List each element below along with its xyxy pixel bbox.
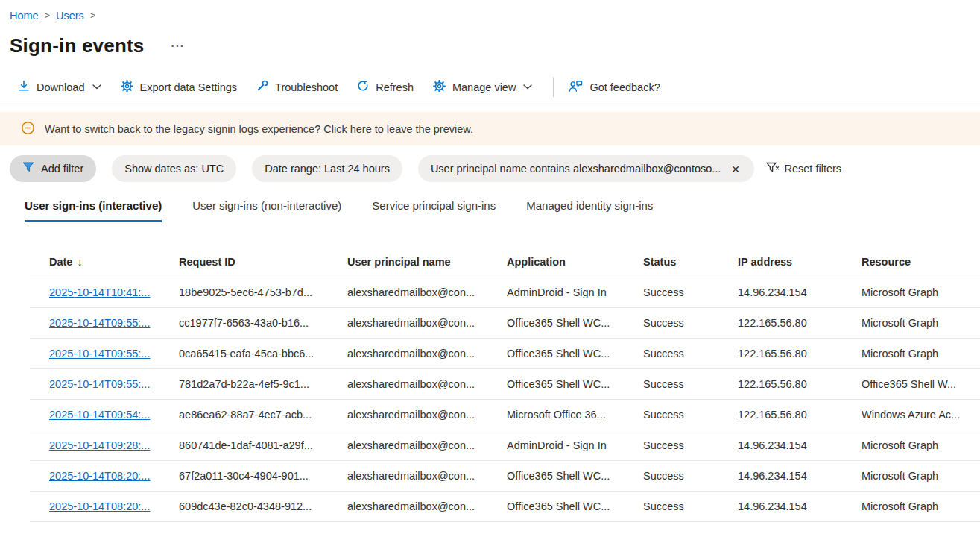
date-range-label: Date range: Last 24 hours xyxy=(265,163,390,175)
tab-managed-identity-sign-ins[interactable]: Managed identity sign-ins xyxy=(526,199,653,222)
chevron-down-icon xyxy=(523,84,532,90)
table-body: 2025-10-14T10:41:... 18be9025-5ec6-4753-… xyxy=(30,277,980,522)
cell-resource: Microsoft Graph xyxy=(862,348,980,360)
cell-request-id: 609dc43e-82c0-4348-912... xyxy=(179,500,347,512)
cell-status: Success xyxy=(643,286,738,298)
column-header-request-id[interactable]: Request ID xyxy=(179,256,347,268)
breadcrumb-home-link[interactable]: Home xyxy=(10,10,39,22)
cell-user-principal-name: alexsharedmailbox@con... xyxy=(347,409,507,421)
column-header-date[interactable]: Date↓ xyxy=(30,256,179,268)
date-link[interactable]: 2025-10-14T09:55:... xyxy=(49,317,150,329)
table-row: 2025-10-14T10:41:... 18be9025-5ec6-4753-… xyxy=(30,277,980,308)
column-header-status[interactable]: Status xyxy=(643,256,738,268)
gear-icon xyxy=(121,80,133,95)
cell-ip-address: 14.96.234.154 xyxy=(738,439,862,451)
export-data-settings-button[interactable]: Export data Settings xyxy=(121,80,238,95)
add-filter-button[interactable]: Add filter xyxy=(10,155,96,182)
upn-filter-label: User principal name contains alexsharedm… xyxy=(431,163,721,175)
gear-icon xyxy=(433,80,446,95)
cell-application: Office365 Shell WC... xyxy=(507,378,643,390)
cell-application: Office365 Shell WC... xyxy=(507,317,643,329)
cell-status: Success xyxy=(643,470,738,482)
cell-request-id: 0ca65415-eafa-45ca-bbc6... xyxy=(179,348,347,360)
cell-resource: Microsoft Graph xyxy=(862,286,980,298)
manage-view-button[interactable]: Manage view xyxy=(433,80,532,95)
column-header-user-principal-name[interactable]: User principal name xyxy=(347,256,507,268)
tab-user-sign-ins-interactive[interactable]: User sign-ins (interactive) xyxy=(25,199,162,222)
cell-request-id: 860741de-1daf-4081-a29f... xyxy=(179,439,347,451)
manage-view-label: Manage view xyxy=(452,81,516,93)
tab-service-principal-sign-ins[interactable]: Service principal sign-ins xyxy=(372,199,496,222)
cell-request-id: cc1977f7-6563-43a0-b16... xyxy=(179,317,347,329)
cell-user-principal-name: alexsharedmailbox@con... xyxy=(347,286,507,298)
cell-resource: Office365 Shell W... xyxy=(862,378,980,390)
cell-user-principal-name: alexsharedmailbox@con... xyxy=(347,378,507,390)
date-range-filter-pill[interactable]: Date range: Last 24 hours xyxy=(252,155,402,182)
download-button[interactable]: Download xyxy=(18,80,101,94)
upn-filter-pill[interactable]: User principal name contains alexsharedm… xyxy=(418,155,754,182)
column-header-application[interactable]: Application xyxy=(507,256,643,268)
cell-request-id: 18be9025-5ec6-4753-b7d... xyxy=(179,286,347,298)
cell-user-principal-name: alexsharedmailbox@con... xyxy=(347,317,507,329)
cell-resource: Microsoft Graph xyxy=(862,439,980,451)
wrench-icon xyxy=(256,80,268,94)
add-filter-label: Add filter xyxy=(41,163,83,175)
date-link[interactable]: 2025-10-14T08:20:... xyxy=(49,470,150,482)
table-row: 2025-10-14T09:28:... 860741de-1daf-4081-… xyxy=(30,430,980,461)
column-header-date-label: Date xyxy=(49,256,72,268)
refresh-icon xyxy=(357,80,369,94)
column-header-resource[interactable]: Resource xyxy=(862,256,980,268)
table-header-row: Date↓ Request ID User principal name App… xyxy=(30,247,980,277)
tab-user-sign-ins-non-interactive[interactable]: User sign-ins (non-interactive) xyxy=(192,199,341,222)
cell-status: Success xyxy=(643,378,738,390)
cell-status: Success xyxy=(643,317,738,329)
refresh-button[interactable]: Refresh xyxy=(357,80,414,94)
breadcrumb-separator-icon: > xyxy=(45,10,50,21)
troubleshoot-button[interactable]: Troubleshoot xyxy=(256,80,338,94)
cell-date: 2025-10-14T08:20:... xyxy=(30,470,179,482)
date-link[interactable]: 2025-10-14T09:55:... xyxy=(49,348,150,360)
date-link[interactable]: 2025-10-14T09:28:... xyxy=(49,439,150,451)
cell-date: 2025-10-14T09:28:... xyxy=(30,439,179,451)
legacy-preview-banner[interactable]: Want to switch back to the legacy signin… xyxy=(0,112,980,145)
cell-date: 2025-10-14T09:55:... xyxy=(30,378,179,390)
cell-ip-address: 14.96.234.154 xyxy=(738,500,862,512)
got-feedback-button[interactable]: Got feedback? xyxy=(569,80,660,95)
cell-resource: Microsoft Graph xyxy=(862,317,980,329)
table-row: 2025-10-14T08:20:... 67f2a011-30c4-4904-… xyxy=(30,461,980,492)
column-header-ip-address[interactable]: IP address xyxy=(738,256,862,268)
chevron-down-icon xyxy=(92,84,101,90)
filter-funnel-icon xyxy=(22,162,34,175)
got-feedback-label: Got feedback? xyxy=(589,81,660,93)
refresh-label: Refresh xyxy=(376,81,414,93)
table-row: 2025-10-14T09:55:... 0ca65415-eafa-45ca-… xyxy=(30,339,980,369)
cell-status: Success xyxy=(643,348,738,360)
breadcrumb-separator-icon: > xyxy=(90,10,95,21)
cell-status: Success xyxy=(643,500,738,512)
show-dates-label: Show dates as: UTC xyxy=(124,163,224,175)
reset-filters-label: Reset filters xyxy=(785,163,842,175)
cell-resource: Microsoft Graph xyxy=(862,500,980,512)
cell-user-principal-name: alexsharedmailbox@con... xyxy=(347,348,507,360)
cell-date: 2025-10-14T08:20:... xyxy=(30,500,179,512)
date-link[interactable]: 2025-10-14T09:54:... xyxy=(49,409,150,421)
cell-application: AdminDroid - Sign In xyxy=(507,286,643,298)
banner-text[interactable]: Want to switch back to the legacy signin… xyxy=(45,123,473,135)
cell-date: 2025-10-14T09:54:... xyxy=(30,409,179,421)
person-feedback-icon xyxy=(569,80,583,95)
close-icon[interactable]: × xyxy=(730,162,741,176)
cell-date: 2025-10-14T09:55:... xyxy=(30,317,179,329)
sort-descending-icon[interactable]: ↓ xyxy=(77,256,82,268)
date-link[interactable]: 2025-10-14T09:55:... xyxy=(49,378,150,390)
toolbar-divider xyxy=(553,77,554,97)
reset-filter-icon xyxy=(766,162,780,176)
reset-filters-button[interactable]: Reset filters xyxy=(766,162,842,176)
date-link[interactable]: 2025-10-14T10:41:... xyxy=(49,286,150,298)
breadcrumb-users-link[interactable]: Users xyxy=(56,10,84,22)
cell-ip-address: 14.96.234.154 xyxy=(738,470,862,482)
date-link[interactable]: 2025-10-14T08:20:... xyxy=(49,500,150,512)
sign-in-events-table: Date↓ Request ID User principal name App… xyxy=(30,247,980,522)
cell-request-id: 781d2a7d-b22a-4ef5-9c1... xyxy=(179,378,347,390)
show-dates-filter-pill[interactable]: Show dates as: UTC xyxy=(112,155,236,182)
more-options-button[interactable]: ... xyxy=(171,37,186,55)
